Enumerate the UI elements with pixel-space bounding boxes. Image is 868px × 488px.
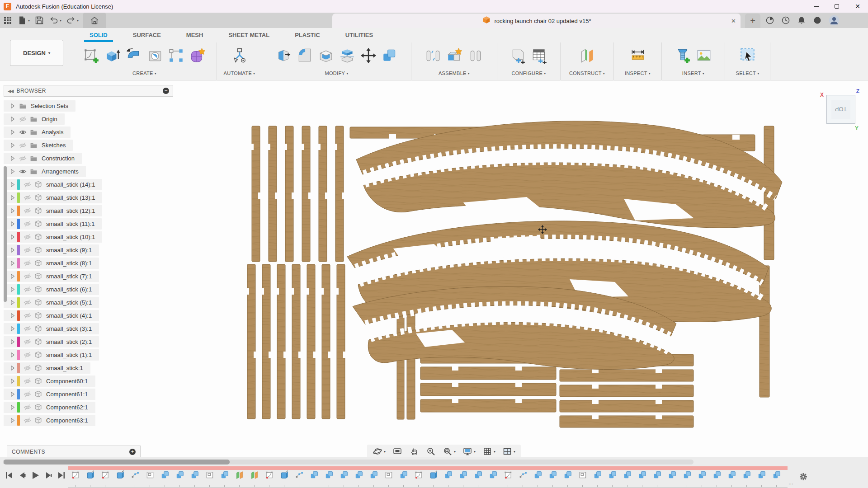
timeline-feature-pattern-icon[interactable] xyxy=(575,470,590,484)
redo-icon[interactable]: ▾ xyxy=(66,15,79,25)
timeline-skip-start-button[interactable] xyxy=(4,470,14,481)
browser-item-row[interactable]: smaall_stick (5):1 xyxy=(4,297,99,308)
visibility-eye-off-icon[interactable] xyxy=(22,417,33,424)
timeline-feature-move-icon[interactable] xyxy=(530,470,545,484)
home-icon[interactable] xyxy=(83,13,106,28)
browser-item-row[interactable]: Sketches xyxy=(4,140,73,151)
browser-item-row[interactable]: smaall_stick (11):1 xyxy=(4,218,102,230)
browser-item[interactable]: smaall_stick (6):1 xyxy=(4,283,173,296)
expand-icon[interactable] xyxy=(7,102,17,110)
browser-item[interactable]: smaall_stick (9):1 xyxy=(4,244,173,257)
expand-icon[interactable] xyxy=(7,233,17,241)
viewports-icon[interactable]: ▾ xyxy=(502,446,515,456)
expand-icon[interactable] xyxy=(7,312,17,319)
browser-item-row[interactable]: smaall_stick (14):1 xyxy=(4,179,102,190)
timeline-play-button[interactable] xyxy=(30,470,41,481)
timeline-feature-spline-icon[interactable] xyxy=(515,470,530,484)
expand-icon[interactable] xyxy=(7,207,17,215)
timeline-feature-extrude-icon[interactable] xyxy=(83,470,98,484)
expand-icon[interactable] xyxy=(7,351,17,359)
timeline-feature-move-icon[interactable] xyxy=(396,470,411,484)
timeline-feature-move-icon[interactable] xyxy=(560,470,575,484)
measure-icon[interactable] xyxy=(629,46,647,66)
expand-icon[interactable] xyxy=(7,286,17,293)
expand-icon[interactable] xyxy=(7,194,17,202)
select-arrow-icon[interactable] xyxy=(739,46,757,66)
new-component-icon[interactable] xyxy=(445,46,463,66)
maximize-button[interactable] xyxy=(826,0,847,13)
expand-icon[interactable] xyxy=(7,325,17,333)
view-cube[interactable]: TOP X Z Y xyxy=(826,95,855,124)
model-canvas[interactable] xyxy=(173,80,868,459)
save-icon[interactable] xyxy=(34,15,44,25)
visibility-eye-off-icon[interactable] xyxy=(22,272,33,280)
timeline-feature-move-icon[interactable] xyxy=(754,470,769,484)
browser-item[interactable]: Component63:1 xyxy=(4,414,173,427)
timeline-feature-move-icon[interactable] xyxy=(486,470,500,484)
timeline-feature-move-icon[interactable] xyxy=(679,470,694,484)
visibility-eye-off-icon[interactable] xyxy=(22,351,33,359)
visibility-eye-off-icon[interactable] xyxy=(17,115,28,123)
browser-item[interactable]: smaall_stick (13):1 xyxy=(4,191,173,204)
laser-cut-parts-layout[interactable] xyxy=(181,80,868,459)
browser-item[interactable]: Selection Sets xyxy=(4,99,173,113)
undo-icon[interactable]: ▾ xyxy=(49,15,61,25)
timeline-step-forward-button[interactable] xyxy=(43,470,54,481)
tab-mesh[interactable]: MESH xyxy=(184,30,206,41)
expand-icon[interactable] xyxy=(7,141,17,149)
hole-icon[interactable] xyxy=(146,46,164,66)
timeline-feature-sketch-icon[interactable] xyxy=(98,470,113,484)
browser-item-row[interactable]: smaall_stick (9):1 xyxy=(4,244,99,256)
timeline-settings-gear-icon[interactable] xyxy=(798,472,808,483)
visibility-eye-off-icon[interactable] xyxy=(22,377,33,385)
timeline-feature-extrude-icon[interactable] xyxy=(277,470,292,484)
tab-utilities[interactable]: UTILITIES xyxy=(343,30,376,41)
timeline-feature-extrude-icon[interactable] xyxy=(426,470,441,484)
expand-icon[interactable] xyxy=(7,338,17,346)
avatar-icon[interactable] xyxy=(828,14,840,26)
timeline-feature-pattern-icon[interactable] xyxy=(142,470,157,484)
ribbon-group-label-create[interactable]: CREATE▾ xyxy=(132,69,156,78)
timeline-feature-move-icon[interactable] xyxy=(724,470,739,484)
comments-panel[interactable]: COMMENTS + xyxy=(7,446,141,458)
visibility-eye-off-icon[interactable] xyxy=(22,181,33,188)
timeline-feature-move-icon[interactable] xyxy=(665,470,679,484)
visibility-eye-off-icon[interactable] xyxy=(22,233,33,241)
notifications-icon[interactable] xyxy=(797,15,807,25)
expand-icon[interactable] xyxy=(7,377,17,385)
configuration-icon[interactable] xyxy=(509,46,527,66)
browser-item-row[interactable]: Analysis xyxy=(4,127,71,138)
ribbon-group-label-insert[interactable]: INSERT▾ xyxy=(682,69,704,78)
timeline-scrollbar-track[interactable] xyxy=(3,460,693,465)
help-icon[interactable]: ? xyxy=(812,15,822,25)
browser-item-row[interactable]: smaall_stick:1 xyxy=(4,362,90,374)
expand-icon[interactable] xyxy=(7,364,17,372)
minimize-button[interactable] xyxy=(806,0,826,13)
visibility-eye-off-icon[interactable] xyxy=(22,364,33,372)
expand-icon[interactable] xyxy=(7,168,17,175)
tab-plastic[interactable]: PLASTIC xyxy=(292,30,323,41)
timeline-feature-extrude-icon[interactable] xyxy=(113,470,127,484)
timeline-feature-move-icon[interactable] xyxy=(650,470,665,484)
browser-item[interactable]: Component60:1 xyxy=(4,375,173,388)
visibility-eye-icon[interactable] xyxy=(17,128,28,136)
ribbon-group-label-select[interactable]: SELECT▾ xyxy=(736,69,760,78)
browser-item[interactable]: smaall_stick (5):1 xyxy=(4,296,173,309)
workspace-selector[interactable]: DESIGN▾ xyxy=(10,40,63,66)
browser-item[interactable]: Origin xyxy=(4,113,173,126)
extrude-icon[interactable] xyxy=(104,46,122,66)
extensions-icon[interactable] xyxy=(765,15,775,25)
create-sketch-icon[interactable] xyxy=(82,46,100,66)
shell-icon[interactable] xyxy=(317,46,335,66)
expand-icon[interactable] xyxy=(7,299,17,306)
timeline-feature-move-icon[interactable] xyxy=(336,470,351,484)
document-tab-close-icon[interactable]: ✕ xyxy=(731,18,736,24)
combine-icon[interactable] xyxy=(381,46,399,66)
expand-icon[interactable] xyxy=(7,417,17,424)
browser-item-row[interactable]: Component61:1 xyxy=(4,389,95,400)
construction-plane-icon[interactable] xyxy=(578,46,596,66)
timeline-feature-sketch-icon[interactable] xyxy=(68,470,83,484)
display-settings-icon[interactable]: ▾ xyxy=(462,446,476,456)
browser-item-row[interactable]: smaall_stick (2):1 xyxy=(4,336,99,347)
comments-expand-icon[interactable]: + xyxy=(129,449,136,455)
